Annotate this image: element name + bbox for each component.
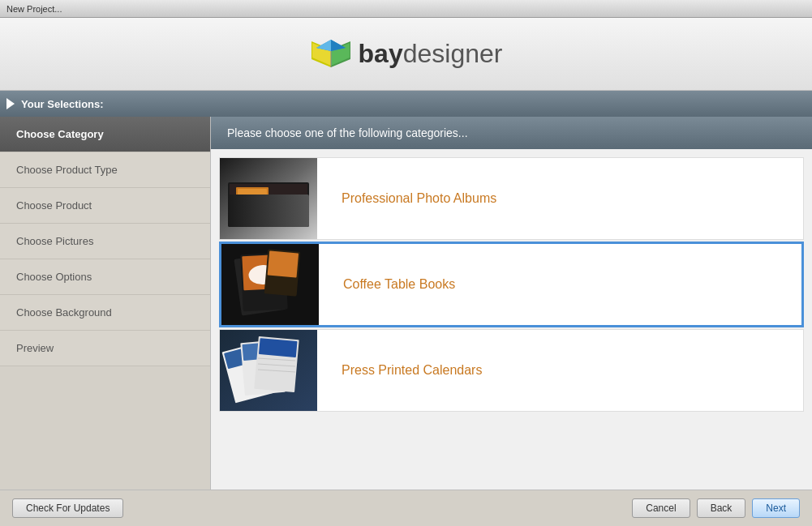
category-thumbnail-albums [220,158,317,239]
sidebar-item-preview[interactable]: Preview [0,331,210,366]
title-bar-text: New Project... [6,4,62,14]
category-name-albums: Professional Photo Albums [317,175,521,222]
sidebar-item-choose-pictures[interactable]: Choose Pictures [0,224,210,259]
logo-icon [310,36,352,72]
category-list: Professional Photo Albums [211,149,812,490]
category-thumbnail-coffee [221,244,319,325]
category-name-calendars: Press Printed Calendars [317,347,506,394]
logo-designer: designer [403,39,503,68]
check-updates-button[interactable]: Check For Updates [12,498,123,518]
category-item-calendars[interactable]: Press Printed Calendars [219,329,804,412]
sidebar-item-choose-background[interactable]: Choose Background [0,295,210,331]
calendars-thumbnail-svg [220,330,317,411]
coffee-thumbnail-svg [221,244,319,325]
sidebar: Choose Category Choose Product Type Choo… [0,117,211,490]
category-item-photo-albums[interactable]: Professional Photo Albums [219,157,804,240]
svg-rect-12 [238,189,267,218]
category-item-coffee-table[interactable]: Coffee Table Books [219,242,804,327]
category-name-coffee: Coffee Table Books [319,261,479,308]
content-area: Choose Category Choose Product Type Choo… [0,117,812,490]
bottom-right-buttons: Cancel Back Next [632,498,800,518]
category-thumbnail-calendars [220,330,317,411]
selections-arrow-icon [6,98,15,109]
main-window: baydesigner Your Selections: Choose Cate… [0,18,812,526]
title-bar: New Project... [0,0,812,18]
svg-rect-19 [268,251,299,278]
logo-text: baydesigner [359,39,503,69]
albums-thumbnail-svg [220,158,317,239]
main-panel: Please choose one of the following categ… [211,117,812,490]
sidebar-item-choose-product[interactable]: Choose Product [0,188,210,224]
logo-container: baydesigner [310,36,503,72]
panel-header: Please choose one of the following categ… [211,117,812,149]
selections-label: Your Selections: [21,98,104,110]
sidebar-spacer [0,366,210,490]
logo-bay: bay [359,39,403,68]
panel-header-text: Please choose one of the following categ… [227,126,468,139]
next-button[interactable]: Next [752,498,800,518]
svg-rect-26 [259,338,298,357]
sidebar-item-choose-options[interactable]: Choose Options [0,259,210,295]
cancel-button[interactable]: Cancel [632,498,690,518]
selections-bar: Your Selections: [0,91,812,117]
bottom-bar: Check For Updates Cancel Back Next [0,490,812,526]
back-button[interactable]: Back [697,498,746,518]
sidebar-item-choose-category[interactable]: Choose Category [0,117,210,152]
app-header: baydesigner [0,18,812,91]
sidebar-item-choose-product-type[interactable]: Choose Product Type [0,152,210,188]
